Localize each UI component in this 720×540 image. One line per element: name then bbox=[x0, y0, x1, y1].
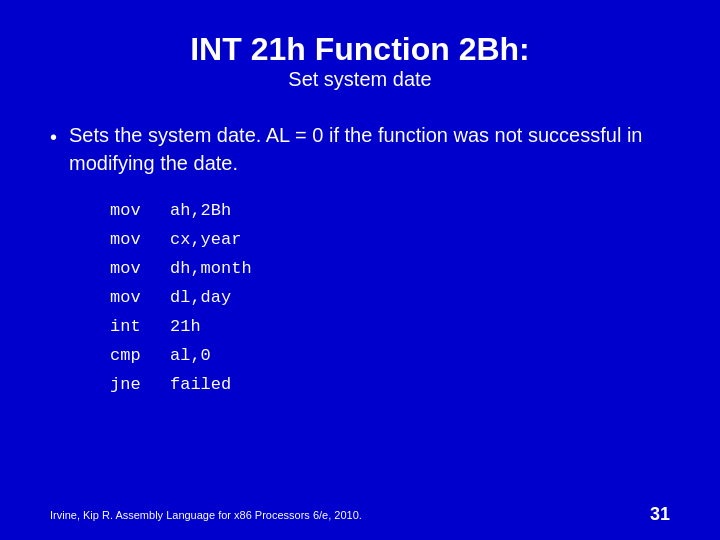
code-keyword: int bbox=[110, 313, 150, 342]
code-block: movah,2Bhmovcx,yearmovdh,monthmovdl,dayi… bbox=[110, 197, 670, 399]
code-operand: al,0 bbox=[170, 342, 211, 371]
code-line: movdh,month bbox=[110, 255, 670, 284]
code-line: movcx,year bbox=[110, 226, 670, 255]
code-keyword: mov bbox=[110, 255, 150, 284]
footer-citation: Irvine, Kip R. Assembly Language for x86… bbox=[50, 509, 362, 521]
main-title: INT 21h Function 2Bh: bbox=[50, 30, 670, 68]
code-line: movah,2Bh bbox=[110, 197, 670, 226]
code-keyword: cmp bbox=[110, 342, 150, 371]
bullet-dot: • bbox=[50, 123, 57, 151]
code-operand: ah,2Bh bbox=[170, 197, 231, 226]
code-line: cmpal,0 bbox=[110, 342, 670, 371]
bullet-point: • Sets the system date. AL = 0 if the fu… bbox=[50, 121, 670, 177]
subtitle: Set system date bbox=[50, 68, 670, 91]
code-operand: failed bbox=[170, 371, 231, 400]
bullet-text: Sets the system date. AL = 0 if the func… bbox=[69, 121, 670, 177]
code-line: jnefailed bbox=[110, 371, 670, 400]
code-line: int21h bbox=[110, 313, 670, 342]
code-keyword: mov bbox=[110, 197, 150, 226]
code-keyword: mov bbox=[110, 284, 150, 313]
code-operand: 21h bbox=[170, 313, 201, 342]
code-keyword: mov bbox=[110, 226, 150, 255]
slide-container: INT 21h Function 2Bh: Set system date • … bbox=[0, 0, 720, 540]
code-operand: dl,day bbox=[170, 284, 231, 313]
title-section: INT 21h Function 2Bh: Set system date bbox=[50, 30, 670, 91]
code-operand: cx,year bbox=[170, 226, 241, 255]
content-section: • Sets the system date. AL = 0 if the fu… bbox=[50, 121, 670, 399]
footer: Irvine, Kip R. Assembly Language for x86… bbox=[50, 504, 670, 525]
page-number: 31 bbox=[650, 504, 670, 525]
code-keyword: jne bbox=[110, 371, 150, 400]
code-line: movdl,day bbox=[110, 284, 670, 313]
code-operand: dh,month bbox=[170, 255, 252, 284]
